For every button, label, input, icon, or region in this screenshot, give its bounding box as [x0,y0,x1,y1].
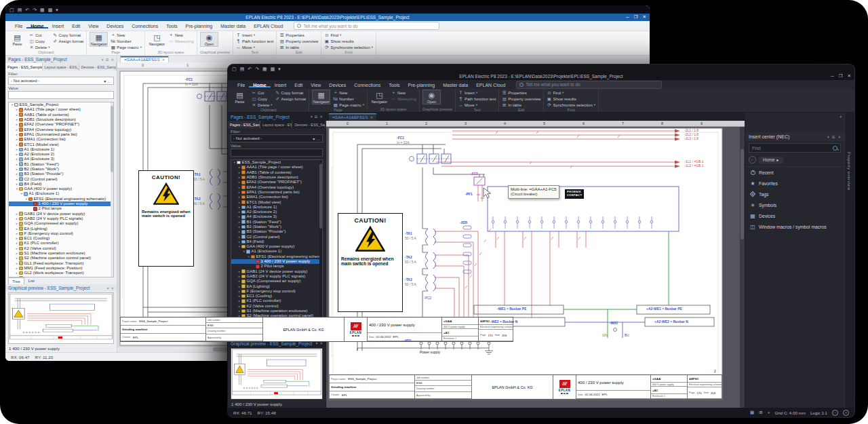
tree-item-gl2-work-workpiece-t[interactable]: ▸GL2 (Work workpiece: Transport) [9,271,113,275]
close-tab-icon[interactable]: ✕ [370,115,374,119]
back-icon[interactable]: ← [749,156,756,163]
undo-icon[interactable]: ↶ [25,7,29,12]
tree-item-gqa-compressed-air-su[interactable]: ▸GQA (Compressed air supply) [231,279,322,284]
ribbon-tab-insert[interactable]: Insert [271,82,291,88]
title-bar[interactable]: EPLAN Electric P8 2023 - E:\EPLAN\Data\2… [228,73,854,80]
ribbon-button-navigator[interactable]: ▦Navigator [312,90,330,104]
ribbon-button-navigator[interactable]: ◳Navigator [148,32,166,47]
ribbon-button-properties[interactable]: ☰Properties [502,90,540,96]
close-icon[interactable]: ✕ [111,58,114,62]
tree-item-s1-machine-operation[interactable]: ▸S1 (Machine operation enclosure) [9,251,113,256]
ribbon-button-move[interactable]: ↔Move▾ [458,102,496,108]
ribbon-button-open[interactable]: ◉Open [422,90,441,104]
ribbon-tab-devices[interactable]: Devices [325,82,350,88]
tree-item-b2-station-work[interactable]: ▸B2 (Station "Work") [9,167,113,172]
tree-item-b3-station-provide[interactable]: ▸B3 (Station "Provide") [231,229,322,234]
pin-icon[interactable]: ⊟ [106,58,109,62]
tree-item-gab1-24-v-device-powe[interactable]: ▸GAB1 (24 V device power supply) [9,212,113,216]
tree-item-efa4-overview-topolog[interactable]: ▸EFA4 (Overview topology) [9,127,113,132]
ribbon-tab-eplan-cloud[interactable]: EPLAN Cloud [250,23,287,28]
tree-item-c2-control-panel[interactable]: ▸C2 (Control panel) [231,234,322,239]
tree-item-mm2-work-workpiece-p[interactable]: ▸MM2 (Work workpiece: Position) [9,275,113,277]
tree-item-k2-valve-control[interactable]: ▸K2 (Valve control) [231,304,322,309]
ribbon-button-navigator[interactable]: ◳Navigator [370,90,389,104]
insert-center-item-recent[interactable]: Recent [745,167,844,178]
tree-item-efa2-overview-profin[interactable]: ▸EFA2 (Overview "PROFINET") [231,180,322,185]
ribbon-tab-pre-planning[interactable]: Pre-planning [404,82,439,88]
tree-item-efs1-electrical-engin[interactable]: ▾EFS1 (Electrical engineering schematic) [231,254,322,259]
tree-item-gab2-24-v-supply-plc[interactable]: ▸GAB2 (24 V supply PLC signals) [9,216,113,221]
tree-item-s2-machine-operation[interactable]: ▸S2 (Machine operation control panel) [9,256,113,261]
ribbon-tab-home[interactable]: Home [249,82,270,88]
tree-item-b3-station-provide[interactable]: ▸B3 (Station "Provide") [9,172,113,176]
close-icon[interactable]: ✕ [111,286,114,290]
pages-panel-header[interactable]: Pages - ESS_Sample_Project ▾⊟✕ [228,113,326,121]
tree-item-etc1-model-view[interactable]: ▸ETC1 (Model view) [231,199,322,204]
layers-icon[interactable]: ▩ [271,66,275,71]
ribbon-tab-insert[interactable]: Insert [48,23,68,28]
ribbon-tab-eplan-cloud[interactable]: EPLAN Cloud [472,82,509,88]
graphical-preview[interactable] [231,348,323,400]
ribbon-button-property-overview[interactable]: ▥Property overview [502,96,540,102]
tree-item-mm1-feed-workpiece-p[interactable]: ▸MM1 (Feed workpiece: Position) [9,266,113,271]
ribbon-button-properties[interactable]: ☰Properties [279,32,318,38]
ribbon-button-page-macro[interactable]: ▩Page macro▾ [111,44,142,50]
ribbon-button-paste[interactable]: ▤Paste [8,32,26,47]
ribbon-button-copy-format[interactable]: ✎Copy format [275,90,307,96]
pin-icon[interactable]: ⊟ [315,115,318,119]
tree-item-gl1-feed-workpiece-t[interactable]: ▸GL1 (Feed workpiece: Transport) [9,261,113,266]
tab-pages[interactable]: Pages - ESS_Sample_P... [5,63,43,71]
ribbon-tab-edit[interactable]: Edit [68,23,84,28]
ribbon-tab-view[interactable]: View [307,82,325,88]
customize-icon[interactable]: ▾ [56,7,58,12]
ribbon-tab-file[interactable]: File [233,82,249,88]
tree-item-etc1-model-view[interactable]: ▸ETC1 (Model view) [9,142,113,147]
tab-layout-space[interactable]: Layout space - ESS_Sa... [260,121,292,128]
ribbon-button-copy[interactable]: ◫Copy [29,38,50,44]
insert-center-item-symbols[interactable]: ∗Symbols [745,199,844,210]
ribbon-tab-tools[interactable]: Tools [384,82,403,88]
close-tab-icon[interactable]: ✕ [162,58,165,62]
graphical-preview[interactable] [8,292,114,344]
tree-item-efa4-overview-topolog[interactable]: ▸EFA4 (Overview topology) [231,185,322,189]
tree-item-ess-sample-project[interactable]: ▾ESS_Sample_Project [9,102,113,107]
ribbon-button-insert[interactable]: TInsert▾ [458,90,496,96]
tree-item-gab1-24-v-device-powe[interactable]: ▸GAB1 (24 V device power supply) [231,269,322,274]
tree-item-ea-lighting[interactable]: ▸EA (Lighting) [231,284,322,288]
ribbon-tab-file[interactable]: File [11,23,26,28]
grid-icon[interactable]: ▦ [750,410,754,415]
print-icon[interactable]: ▦ [262,66,267,71]
ribbon-button-open[interactable]: ◉Open [200,32,218,47]
ribbon-button-in-table[interactable]: ⊞In table [279,44,318,50]
zoom-in-icon[interactable]: + [843,410,849,416]
tree-item-gab2-24-v-supply-plc[interactable]: ▸GAB2 (24 V supply PLC signals) [231,274,322,279]
ribbon-button-path-function-text[interactable]: ¶Path function text [458,96,496,102]
tree-item-ec1-cooling[interactable]: ▸EC1 (Cooling) [9,236,113,241]
insert-center-header[interactable]: Insert center (NEC) ▾⊟✕ [745,132,844,141]
tree-item-k1-plc-controller[interactable]: ▸K1 (PLC controller) [231,298,322,303]
ribbon-button-new[interactable]: +New [391,90,416,96]
tab-layout-space[interactable]: Layout space - ESS_Sa... [43,63,79,71]
tree-item-a4-enclosure-3[interactable]: ▸A4 (Enclosure 3) [9,157,113,161]
close-icon[interactable]: ✕ [319,115,323,119]
tree-item-efa2-overview-profin[interactable]: ▸EFA2 (Overview "PROFINET") [9,122,113,127]
value-input[interactable] [231,149,323,157]
tree-item-b1-station-feed[interactable]: ▸B1 (Station "Feed") [231,220,322,225]
tree-item-1-400-230-v-power-su[interactable]: 1 400 / 230 V power supply [9,201,113,206]
ribbon-button-path-function-text[interactable]: ¶Path function text [236,38,273,44]
ribbon-tab-edit[interactable]: Edit [290,82,307,88]
ribbon-search[interactable]: Tell me what you want to do [294,22,439,30]
ribbon-button-assign-format[interactable]: ✐Assign format [275,96,307,102]
close-icon[interactable]: ✕ [837,135,841,139]
ribbon-button-cut[interactable]: ✂Cut [252,90,273,96]
filter-select[interactable]: - Not activated -▾ … [231,134,323,142]
ribbon-button-move[interactable]: ↔Move▾ [236,44,273,50]
ribbon-search[interactable]: Tell me what you want to do [516,81,662,89]
ribbon-button-show-results[interactable]: ▣Show results [324,38,373,44]
maximize-icon[interactable]: ❐ [839,73,843,79]
tab-list[interactable]: List [25,277,38,284]
tree-item-f-emergency-stop-cont[interactable]: ▸F (Emergency stop control) [231,289,322,294]
print-icon[interactable]: ▦ [40,7,45,12]
vertical-scrollbar[interactable] [740,127,745,408]
tree-item-ea-lighting[interactable]: ▸EA (Lighting) [9,226,113,231]
